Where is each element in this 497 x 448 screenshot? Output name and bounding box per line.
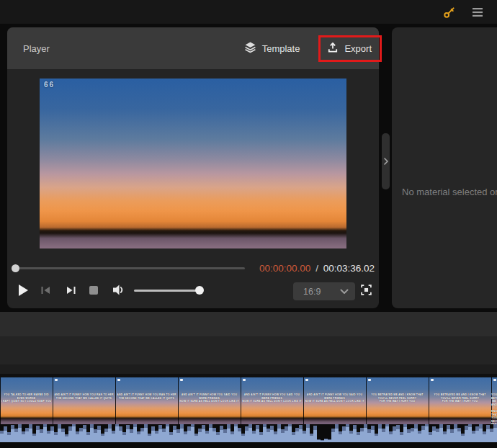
hamburger-menu-icon[interactable] <box>471 6 484 19</box>
volume-icon[interactable] <box>112 284 125 296</box>
timeline-clip-thumbnail[interactable]: AND AIN'T IT FUNNY HOW YOU RAN TO HERTHE… <box>115 377 178 424</box>
aspect-ratio-value: 16:9 <box>303 287 321 297</box>
bottom-edge <box>0 442 497 448</box>
properties-panel: No material selected or <box>392 27 497 308</box>
clip-caption: YOU BETRAYED ME AND I KNOW THAT YOU'LL N… <box>491 393 497 424</box>
volume-slider-track[interactable] <box>134 290 203 292</box>
total-duration: 00:03:36.02 <box>323 263 375 274</box>
text-clip-marker <box>305 379 308 381</box>
chevron-down-icon <box>340 287 349 297</box>
time-display: 00:00:00.00 / 00:03:36.02 <box>259 263 375 274</box>
chevron-right-icon <box>383 157 389 166</box>
top-bar <box>0 0 497 24</box>
text-clip-marker <box>431 379 434 381</box>
stop-button[interactable] <box>89 286 98 295</box>
text-clip-marker <box>117 379 120 381</box>
timeline-clip-thumbnail[interactable]: AND AIN'T IT FUNNY HOW YOU SAID YOU WERE… <box>178 377 241 424</box>
timeline-clip-thumbnail[interactable]: YOU BETRAYED ME AND I KNOW THAT YOU'LL N… <box>429 377 491 424</box>
timeline-clip-thumbnail[interactable]: AND AIN'T IT FUNNY HOW YOU SAID YOU WERE… <box>303 377 366 424</box>
layers-icon <box>244 41 256 55</box>
timeline-empty-area <box>0 336 497 364</box>
text-clip-marker <box>243 379 246 381</box>
clip-caption: AND AIN'T IT FUNNY HOW YOU RAN TO HERTHE… <box>115 393 178 400</box>
timeline-thumbnail-track[interactable]: YOU TALKED TO HER MAYBE DID EVEN WORSEI … <box>0 377 497 424</box>
timeline-clip-thumbnail[interactable]: AND AIN'T IT FUNNY HOW YOU RAN TO HERTHE… <box>53 377 115 424</box>
timeline-track-gutter <box>0 364 497 374</box>
timeline-toolbar <box>0 312 497 336</box>
export-button[interactable]: Export <box>327 42 372 55</box>
video-preview[interactable]: 66 <box>40 79 346 248</box>
export-icon <box>327 42 339 55</box>
player-panel-title: Player <box>23 43 50 54</box>
clip-caption: AND AIN'T IT FUNNY HOW YOU SAID YOU WERE… <box>241 393 303 403</box>
panel-expand-handle[interactable] <box>382 133 390 189</box>
player-header: Player Template <box>7 27 379 69</box>
export-button-label: Export <box>344 43 372 54</box>
activation-key-icon[interactable] <box>443 6 456 19</box>
clip-caption: AND AIN'T IT FUNNY HOW YOU SAID YOU WERE… <box>178 393 241 403</box>
clip-caption: YOU BETRAYED ME AND I KNOW THAT YOU'LL N… <box>366 393 429 403</box>
time-separator: / <box>313 263 321 274</box>
text-clip-marker <box>368 379 371 381</box>
timeline-clip-thumbnail[interactable]: YOU TALKED TO HER MAYBE DID EVEN WORSEI … <box>0 377 53 424</box>
waveform-bar <box>493 424 497 442</box>
audio-waveform[interactable] <box>0 424 497 442</box>
no-selection-message: No material selected or <box>402 187 497 197</box>
play-button[interactable] <box>16 283 30 297</box>
seek-bar-handle[interactable] <box>12 264 19 272</box>
timeline-clip-thumbnail[interactable]: YOU BETRAYED ME AND I KNOW THAT YOU'LL N… <box>366 377 429 424</box>
clip-caption: YOU BETRAYED ME AND I KNOW THAT YOU'LL N… <box>429 393 491 403</box>
next-frame-button[interactable] <box>65 285 76 296</box>
aspect-ratio-dropdown[interactable]: 16:9 <box>293 282 355 300</box>
fullscreen-button[interactable] <box>360 284 372 296</box>
current-time: 00:00:00.00 <box>259 263 310 274</box>
template-button-label: Template <box>262 43 300 54</box>
video-watermark: 66 <box>44 81 55 89</box>
clip-caption: AND AIN'T IT FUNNY HOW YOU RAN TO HERTHE… <box>53 393 115 400</box>
volume-slider-handle[interactable] <box>195 286 204 295</box>
seek-bar-track[interactable] <box>16 267 245 269</box>
export-highlight-annotation: Export <box>318 35 382 62</box>
text-clip-marker <box>493 379 496 381</box>
clip-caption: YOU TALKED TO HER MAYBE DID EVEN WORSEI … <box>0 393 53 403</box>
video-editor-window: Player Template <box>0 0 497 448</box>
previous-frame-button[interactable] <box>40 285 51 296</box>
timeline-clip-thumbnail[interactable]: YOU BETRAYED ME AND I KNOW THAT YOU'LL N… <box>491 377 497 424</box>
template-button[interactable]: Template <box>244 41 300 55</box>
timeline-clip-thumbnail[interactable]: AND AIN'T IT FUNNY HOW YOU SAID YOU WERE… <box>241 377 303 424</box>
player-panel: Player Template <box>7 27 379 308</box>
text-clip-marker <box>55 379 58 381</box>
text-clip-marker <box>180 379 183 381</box>
clip-caption: AND AIN'T IT FUNNY HOW YOU SAID YOU WERE… <box>303 393 366 403</box>
